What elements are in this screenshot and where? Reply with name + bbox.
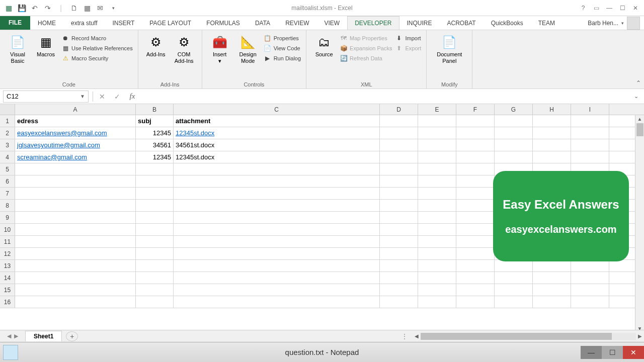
cell[interactable] <box>533 127 571 139</box>
formula-input[interactable] <box>137 90 634 103</box>
cell[interactable] <box>380 248 418 259</box>
tab-extra-stuff[interactable]: extra stuff <box>63 16 105 30</box>
taskbar-close-icon[interactable]: ✕ <box>623 346 644 359</box>
cell[interactable] <box>533 115 571 127</box>
cell[interactable] <box>495 284 533 296</box>
cell[interactable] <box>418 260 456 272</box>
record-macro-button[interactable]: ⏺Record Macro <box>61 34 133 42</box>
scroll-up-icon[interactable]: ▲ <box>635 115 644 123</box>
tab-split-icon[interactable]: ⋮ <box>401 333 408 340</box>
cell[interactable] <box>418 163 456 175</box>
cell[interactable] <box>15 236 136 247</box>
cell[interactable] <box>495 272 533 284</box>
addins-button[interactable]: ⚙ Add-Ins <box>143 32 169 80</box>
cell[interactable]: attachment <box>174 115 380 127</box>
use-relative-refs-button[interactable]: ▦Use Relative References <box>61 44 133 52</box>
name-box-dropdown-icon[interactable]: ▼ <box>80 94 85 99</box>
cell[interactable] <box>456 296 495 308</box>
cell[interactable] <box>456 212 495 223</box>
row-header[interactable]: 2 <box>0 127 15 139</box>
cell[interactable] <box>456 200 495 211</box>
cell[interactable] <box>380 175 418 187</box>
row-header[interactable]: 1 <box>0 115 15 127</box>
cell[interactable] <box>418 188 456 199</box>
cell[interactable] <box>15 284 136 296</box>
document-panel-button[interactable]: 📄 Document Panel <box>432 32 467 80</box>
fx-icon[interactable]: fx <box>127 92 137 102</box>
cell[interactable] <box>380 272 418 284</box>
cell[interactable] <box>456 284 495 296</box>
cell[interactable] <box>571 260 609 272</box>
tab-quickbooks[interactable]: QuickBooks <box>484 16 531 30</box>
cell[interactable]: 34561 <box>136 139 174 151</box>
cell[interactable] <box>15 224 136 235</box>
excel-icon[interactable]: ▦ <box>3 3 14 14</box>
cell[interactable] <box>380 115 418 127</box>
scroll-left-icon[interactable]: ◀ <box>413 333 421 339</box>
cell[interactable] <box>495 296 533 308</box>
cell[interactable] <box>380 188 418 199</box>
cell[interactable] <box>456 175 495 187</box>
tab-developer[interactable]: DEVELOPER <box>347 16 399 30</box>
row-header[interactable]: 3 <box>0 139 15 151</box>
cell[interactable] <box>533 260 571 272</box>
cell[interactable] <box>456 188 495 199</box>
tab-home[interactable]: HOME <box>30 16 63 30</box>
column-header-b[interactable]: B <box>136 104 174 115</box>
cell[interactable] <box>456 224 495 235</box>
sheet-tab-sheet1[interactable]: Sheet1 <box>25 331 62 341</box>
cell[interactable] <box>533 296 571 308</box>
cell[interactable] <box>418 248 456 259</box>
tab-team[interactable]: TEAM <box>531 16 562 30</box>
cell[interactable] <box>418 272 456 284</box>
row-header[interactable]: 9 <box>0 212 15 223</box>
cell[interactable] <box>174 163 380 175</box>
row-header[interactable]: 6 <box>0 175 15 187</box>
redo-icon[interactable]: ↷ <box>42 3 53 14</box>
tab-formulas[interactable]: FORMULAS <box>199 16 248 30</box>
macro-security-button[interactable]: ⚠Macro Security <box>61 54 133 62</box>
cell[interactable]: edress <box>15 115 136 127</box>
row-header[interactable]: 4 <box>0 151 15 163</box>
column-header-g[interactable]: G <box>495 104 533 115</box>
sheet-nav-prev-icon[interactable]: ◀ <box>7 333 11 339</box>
cell[interactable] <box>15 212 136 223</box>
cell[interactable] <box>495 127 533 139</box>
cell[interactable] <box>495 151 533 163</box>
cell[interactable] <box>571 284 609 296</box>
cell[interactable] <box>15 188 136 199</box>
cell[interactable] <box>174 212 380 223</box>
cell[interactable] <box>15 260 136 272</box>
cell[interactable] <box>174 200 380 211</box>
cell[interactable] <box>418 296 456 308</box>
cell[interactable] <box>533 151 571 163</box>
cell[interactable] <box>174 224 380 235</box>
cell[interactable] <box>418 212 456 223</box>
enter-formula-icon[interactable]: ✓ <box>112 92 122 102</box>
user-name[interactable]: Barb Hen... <box>588 20 618 27</box>
cell[interactable] <box>136 212 174 223</box>
cell[interactable] <box>456 139 495 151</box>
taskbar-app-icon[interactable] <box>3 345 18 360</box>
cell[interactable] <box>15 175 136 187</box>
cell[interactable] <box>380 163 418 175</box>
cell[interactable] <box>418 236 456 247</box>
close-icon[interactable]: ✕ <box>630 4 641 13</box>
taskbar-maximize-icon[interactable]: ☐ <box>602 346 623 359</box>
qat-dropdown-icon[interactable]: ▾ <box>108 3 119 14</box>
cell[interactable] <box>380 284 418 296</box>
cell[interactable]: easyexcelanswers@gmail.com <box>15 127 136 139</box>
column-header-i[interactable]: I <box>571 104 609 115</box>
column-header-f[interactable]: F <box>456 104 495 115</box>
cell[interactable] <box>571 272 609 284</box>
cell[interactable]: 12345st.docx <box>174 127 380 139</box>
cell[interactable] <box>418 127 456 139</box>
user-dropdown-icon[interactable]: ▾ <box>621 21 624 26</box>
cell[interactable]: jglsavesyoutime@gmail.com <box>15 139 136 151</box>
cell[interactable] <box>15 200 136 211</box>
cell[interactable] <box>456 151 495 163</box>
cell[interactable] <box>136 224 174 235</box>
row-header[interactable]: 11 <box>0 236 15 247</box>
vertical-scrollbar[interactable]: ▲ ▼ <box>635 115 644 333</box>
row-header[interactable]: 13 <box>0 260 15 272</box>
